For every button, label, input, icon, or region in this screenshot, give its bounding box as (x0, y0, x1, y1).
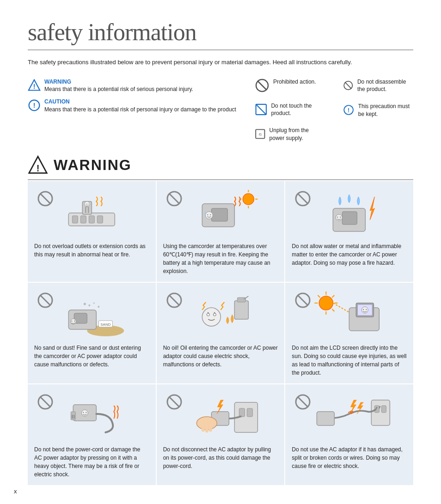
legend-section: ! WARNING Means that there is a potentia… (28, 78, 413, 142)
card-disconnect-text: Do not disconnect the AC adaptor by pull… (163, 445, 278, 470)
svg-line-73 (298, 295, 308, 305)
svg-line-11 (345, 82, 352, 88)
prohib-icon-disconnect (166, 394, 183, 410)
warning-card-powercord: Do not bend the power-cord or damage the… (28, 384, 156, 485)
prohibited-icon (255, 78, 270, 93)
svg-rect-37 (211, 208, 227, 221)
caution-circle-icon: ! (28, 99, 41, 112)
svg-line-42 (298, 194, 308, 204)
svg-text:!: ! (33, 83, 36, 90)
svg-rect-113 (382, 406, 386, 413)
warning-card-damaged: Do not use the AC adaptor if it has dama… (285, 384, 413, 485)
svg-point-68 (207, 313, 209, 316)
legend-precaution-text: This precaution must be kept. (358, 103, 413, 118)
warning-cards-grid: Do not overload outlets or extension cor… (28, 181, 413, 485)
card-sand-image: SAND (34, 289, 149, 340)
warning-triangle-icon: ! (28, 79, 41, 92)
svg-line-82 (333, 303, 349, 312)
prohib-icon-sand (37, 292, 54, 309)
card-oil-text: No oil! Oil entering the camcorder or AC… (163, 344, 278, 369)
prohib-icon-water (294, 190, 311, 207)
legend-icons-col1: Prohibited action. Do not touch the prod… (255, 78, 325, 142)
intro-text: The safety precautions illustrated below… (28, 58, 413, 67)
svg-point-62 (98, 306, 99, 308)
card-lcd-image (292, 289, 407, 340)
card-powercord-text: Do not bend the power-cord or damage the… (34, 445, 149, 479)
legend-definitions: ! WARNING Means that there is a potentia… (28, 78, 236, 142)
svg-rect-101 (239, 408, 245, 417)
notouch-icon (343, 78, 354, 93)
legend-warning-text: WARNING Means that there is a potential … (44, 78, 193, 94)
svg-rect-19 (72, 216, 78, 223)
svg-point-74 (319, 296, 333, 310)
svg-rect-22 (97, 216, 103, 223)
legend-icon-disassemble: Do not touch the product. (255, 102, 325, 118)
svg-line-79 (318, 295, 320, 298)
svg-line-80 (332, 309, 335, 311)
svg-line-90 (40, 397, 50, 407)
svg-line-110 (298, 397, 308, 407)
svg-point-67 (202, 308, 220, 326)
page-number: x (14, 488, 17, 495)
svg-point-31 (243, 194, 254, 205)
precaution-icon: ! (343, 103, 354, 117)
svg-rect-66 (237, 298, 245, 302)
svg-line-81 (332, 295, 335, 298)
svg-line-30 (169, 194, 179, 204)
card-damaged-image (292, 391, 407, 442)
card-outlets-image (34, 188, 149, 238)
svg-rect-20 (80, 216, 86, 223)
legend-icon-notouch: Do not disassemble the product. (343, 78, 413, 94)
warning-card-disconnect: Do not disconnect the AC adaptor by pull… (157, 384, 285, 485)
svg-text:⎋: ⎋ (259, 132, 262, 137)
svg-line-7 (256, 104, 266, 114)
legend-warning: ! WARNING Means that there is a potentia… (28, 78, 236, 94)
card-outlets-text: Do not overload outlets or extension cor… (34, 242, 149, 259)
legend-caution-text: CAUTION Means that there is a potential … (44, 98, 236, 114)
page-title: safety information (28, 18, 413, 50)
card-temperature-image (163, 188, 278, 238)
warning-section-header: ! WARNING (28, 155, 413, 180)
legend-icon-prohibited: Prohibited action. (255, 78, 325, 93)
svg-text:SAND: SAND (100, 322, 110, 327)
prohib-icon-damaged (294, 394, 311, 410)
svg-line-5 (257, 81, 267, 90)
warning-card-sand: SAND No sand or dust! Fine sand or dust … (28, 283, 156, 383)
svg-marker-48 (370, 197, 375, 220)
legend-icons: Prohibited action. Do not touch the prod… (255, 78, 413, 142)
svg-line-64 (169, 295, 179, 305)
svg-point-69 (213, 313, 216, 316)
svg-point-38 (205, 212, 213, 219)
svg-rect-116 (317, 412, 335, 425)
warning-card-lcd: Do not aim the LCD screen directly into … (285, 283, 413, 383)
legend-disassemble-text: Do not touch the product. (271, 102, 325, 118)
svg-rect-44 (343, 212, 357, 225)
warning-card-oil: No oil! Oil entering the camcorder or AC… (157, 283, 285, 383)
card-disconnect-image (163, 391, 278, 442)
legend-caution: ! CAUTION Means that there is a potentia… (28, 98, 236, 114)
svg-rect-102 (247, 408, 252, 417)
unplug-icon: ⎋ (255, 127, 266, 141)
prohib-icon-outlets (37, 190, 54, 207)
svg-line-17 (40, 194, 50, 204)
legend-unplug-text: Unplug from the power supply. (270, 127, 325, 142)
svg-rect-21 (89, 216, 94, 223)
svg-line-99 (169, 397, 179, 407)
warning-card-outlets: Do not overload outlets or extension cor… (28, 181, 156, 282)
prohib-icon-powercord (37, 394, 54, 410)
card-sand-text: No sand or dust! Fine sand or dust enter… (34, 344, 149, 369)
svg-text:!: ! (33, 102, 36, 109)
legend-icon-unplug: ⎋ Unplug from the power supply. (255, 127, 325, 142)
svg-rect-65 (234, 301, 248, 319)
legend-icons-col2: Do not disassemble the product. ! This p… (343, 78, 413, 142)
svg-line-50 (40, 295, 50, 305)
card-water-text: Do not allow water or metal and inflamma… (292, 242, 407, 267)
warning-card-temperature: Using the camcorder at temperatures over… (157, 181, 285, 282)
svg-point-59 (88, 304, 90, 306)
prohib-icon-oil (166, 292, 183, 309)
svg-text:!: ! (37, 163, 40, 173)
legend-prohibited-text: Prohibited action. (273, 78, 316, 86)
card-temp-text: Using the camcorder at temperatures over… (163, 242, 278, 275)
card-oil-image (163, 289, 278, 340)
svg-text:!: ! (348, 107, 350, 114)
